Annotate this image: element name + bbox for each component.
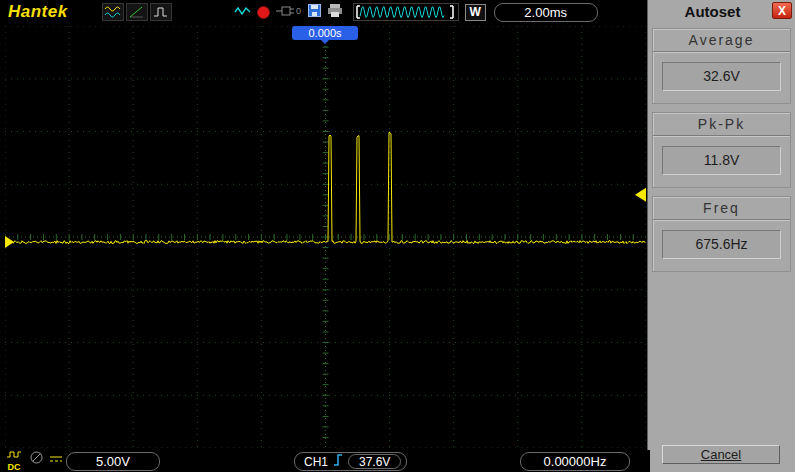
measurement-value: 32.6V	[662, 62, 781, 91]
brand-logo: Hantek	[8, 2, 68, 22]
time-offset-badge[interactable]: 0.000s	[292, 26, 358, 40]
measurement-panel-average: Average 32.6V	[652, 28, 791, 104]
channel1-indicator[interactable]: DC	[6, 446, 22, 472]
close-icon[interactable]: X	[772, 2, 792, 19]
trigger-info: CH1 37.6V	[294, 452, 407, 471]
scope-display: 0.000s	[5, 26, 646, 448]
usb-device-icon: 0	[276, 3, 302, 21]
ramp-mode-icon[interactable]	[126, 3, 148, 21]
autoset-panel: Autoset X Average 32.6V Pk-Pk 11.8V Freq…	[647, 0, 795, 472]
scope-graticule	[5, 26, 646, 448]
status-bar: DC 5.00V CH1 37.6V	[0, 450, 650, 472]
oscilloscope-app: Hantek	[0, 0, 795, 472]
frequency-counter: 0.00000Hz	[520, 452, 630, 471]
coupling-label: DC	[8, 463, 21, 472]
trigger-source-label: CH1	[304, 455, 328, 469]
volts-per-div-display: 5.00V	[66, 452, 160, 471]
volts-per-div-value: 5.00V	[96, 454, 130, 469]
record-icon[interactable]	[257, 6, 270, 19]
close-label: X	[778, 5, 786, 17]
measurement-panel-freq: Freq 675.6Hz	[652, 196, 791, 272]
display-mode-buttons	[102, 3, 172, 21]
rising-edge-icon	[333, 453, 343, 471]
trigger-level-marker[interactable]	[635, 188, 646, 202]
svg-text:0: 0	[296, 6, 301, 16]
window-mode-button[interactable]: W	[465, 4, 486, 21]
trigger-level-display: 37.6V	[348, 454, 401, 469]
toolbar: Hantek	[0, 0, 650, 24]
window-mode-label: W	[470, 5, 481, 19]
channel1-wave-icon	[6, 446, 22, 462]
step-mode-icon[interactable]	[150, 3, 172, 21]
measurement-value: 11.8V	[662, 146, 781, 175]
cancel-button[interactable]: Cancel	[662, 445, 780, 464]
measurement-label: Freq	[653, 197, 790, 220]
record-preview[interactable]	[353, 3, 459, 21]
save-icon[interactable]	[308, 3, 321, 21]
dual-wave-icon[interactable]	[102, 3, 124, 21]
counter-off-icon	[30, 450, 43, 468]
timebase-value: 2.00ms	[524, 5, 567, 20]
measurement-label: Average	[653, 29, 790, 52]
dc-symbol-icon	[49, 450, 63, 468]
roll-wave-icon[interactable]	[234, 3, 251, 21]
timebase-display: 2.00ms	[494, 3, 598, 22]
printer-icon[interactable]	[327, 3, 343, 21]
measurement-panel-pkpk: Pk-Pk 11.8V	[652, 112, 791, 188]
ch1-position-marker[interactable]	[5, 236, 14, 248]
frequency-value: 0.00000Hz	[544, 454, 607, 469]
acquisition-controls: 0	[234, 3, 343, 21]
measurement-value: 675.6Hz	[662, 230, 781, 259]
measurement-label: Pk-Pk	[653, 113, 790, 136]
time-offset-value: 0.000s	[308, 27, 341, 39]
